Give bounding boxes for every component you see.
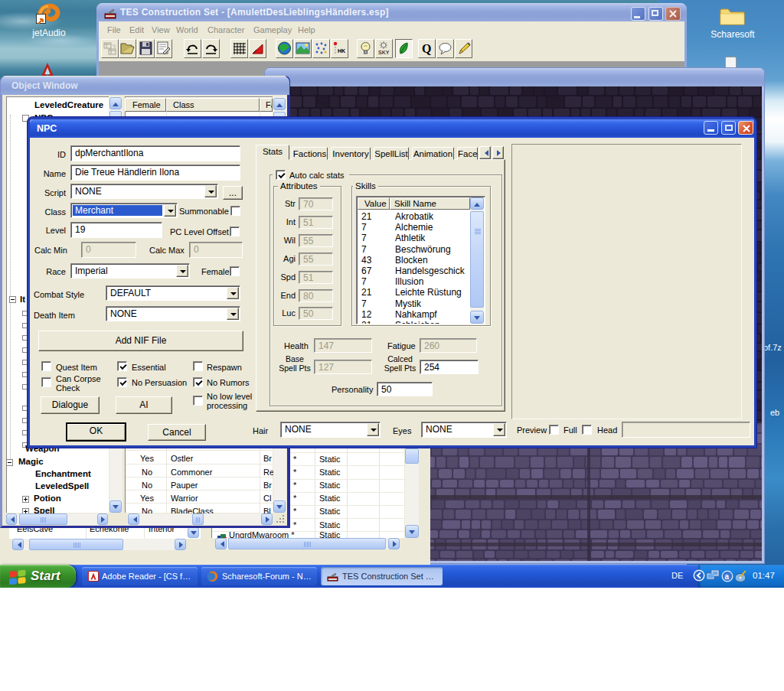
svg-text:a: a — [725, 572, 730, 581]
svg-text:Q: Q — [422, 42, 431, 55]
svg-text:SKY: SKY — [378, 50, 390, 55]
svg-text:HK: HK — [338, 48, 345, 54]
